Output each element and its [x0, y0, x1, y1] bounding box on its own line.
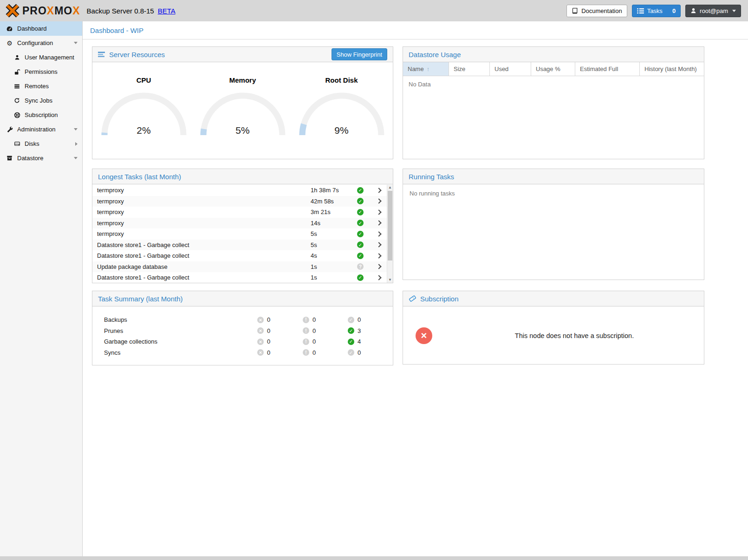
column-header-name[interactable]: Name ↑ — [403, 62, 449, 76]
chevron-right-icon[interactable] — [376, 188, 381, 193]
task-name: Datastore store1 - Garbage collect — [97, 252, 311, 259]
warning-count-icon — [303, 339, 309, 345]
sidebar-item-label: Administration — [17, 126, 55, 133]
task-row[interactable]: Update package database 1s — [92, 261, 387, 273]
datastore-table-header: Name ↑ Size Used Usage % Estimated Full … — [403, 62, 704, 76]
user-menu-button[interactable]: root@pam — [685, 5, 741, 17]
task-status-icon — [357, 241, 364, 248]
ok-count: 0 — [358, 349, 361, 356]
error-count-icon — [257, 317, 264, 323]
column-header-history[interactable]: History (last Month) — [640, 62, 704, 76]
sidebar-item-disks[interactable]: Disks — [0, 137, 82, 151]
sidebar-item-dashboard[interactable]: Dashboard — [0, 21, 82, 36]
error-count-icon — [257, 349, 264, 356]
task-name: Update package database — [97, 263, 311, 270]
scrollbar-thumb[interactable] — [388, 191, 392, 260]
sync-refresh-icon — [13, 98, 21, 104]
task-row[interactable]: termproxy 1h 38m 7s — [92, 185, 387, 196]
sidebar-item-label: Remotes — [25, 83, 49, 90]
bottom-status-strip — [0, 556, 748, 560]
root-disk-gauge: Root Disk 9% — [295, 76, 388, 137]
chevron-right-icon[interactable] — [376, 264, 381, 269]
running-tasks-panel: Running Tasks No running tasks — [403, 169, 704, 280]
task-status-icon — [357, 187, 364, 194]
warning-count: 0 — [312, 349, 316, 356]
vertical-scrollbar[interactable]: ▲ ▼ — [387, 185, 393, 283]
user-label: root@pam — [700, 7, 728, 14]
task-row[interactable]: Datastore store1 - Garbage collect 4s — [92, 250, 387, 261]
task-status-icon — [357, 263, 364, 270]
ok-count: 0 — [358, 316, 361, 323]
sidebar-item-remotes[interactable]: Remotes — [0, 79, 82, 93]
subscription-message: This node does not have a subscription. — [445, 332, 704, 339]
documentation-button[interactable]: Documentation — [566, 5, 627, 17]
resources-bars-icon — [98, 52, 105, 58]
column-header-used[interactable]: Used — [490, 62, 531, 76]
sidebar-item-subscription[interactable]: Subscription — [0, 108, 82, 122]
sort-ascending-icon: ↑ — [427, 65, 430, 72]
task-duration: 14s — [311, 220, 357, 227]
summary-label: Backups — [104, 316, 257, 323]
proxmox-x-logo-icon — [5, 3, 20, 19]
scroll-down-arrow[interactable]: ▼ — [387, 277, 393, 283]
sidebar-item-label: Disks — [25, 140, 39, 147]
book-icon — [572, 7, 578, 14]
task-status-icon — [357, 253, 364, 259]
task-status-icon — [357, 274, 364, 281]
error-count-icon — [257, 339, 264, 345]
life-ring-icon — [13, 112, 21, 118]
sidebar-item-configuration[interactable]: ⚙ Configuration — [0, 36, 82, 50]
ok-count: 3 — [358, 327, 361, 334]
chevron-right-icon[interactable] — [376, 231, 381, 236]
task-duration: 4s — [311, 252, 357, 259]
task-row[interactable]: termproxy 14s — [92, 218, 387, 229]
error-count: 0 — [267, 327, 270, 334]
column-header-usage[interactable]: Usage % — [531, 62, 575, 76]
summary-row: Syncs 0 0 0 — [104, 347, 393, 358]
error-count: 0 — [267, 316, 270, 323]
task-row[interactable]: termproxy 42m 58s — [92, 196, 387, 207]
task-name: termproxy — [97, 198, 311, 205]
tasks-button[interactable]: Tasks 0 — [632, 5, 681, 17]
column-header-size[interactable]: Size — [449, 62, 490, 76]
task-duration: 42m 58s — [311, 198, 357, 205]
ok-count-icon — [348, 317, 354, 323]
task-name: termproxy — [97, 220, 311, 227]
sidebar-item-datastore[interactable]: Datastore — [0, 151, 82, 165]
ok-count-icon — [348, 327, 354, 334]
sidebar-item-user-management[interactable]: User Management — [0, 50, 82, 65]
cpu-gauge: CPU 2% — [98, 76, 190, 137]
task-duration: 5s — [311, 230, 357, 237]
chevron-right-icon[interactable] — [376, 242, 381, 247]
ok-count: 4 — [358, 338, 361, 345]
scroll-up-arrow[interactable]: ▲ — [387, 185, 393, 190]
beta-link[interactable]: BETA — [158, 7, 176, 15]
sidebar-item-label: User Management — [25, 54, 74, 61]
sidebar-item-administration[interactable]: Administration — [0, 122, 82, 137]
chevron-right-icon[interactable] — [376, 253, 381, 258]
sidebar-item-label: Sync Jobs — [25, 97, 52, 104]
task-row[interactable]: Datastore store1 - Garbage collect 5s — [92, 240, 387, 251]
chevron-right-icon[interactable] — [376, 209, 381, 215]
task-name: Datastore store1 - Garbage collect — [97, 241, 311, 248]
caret-down-icon — [74, 42, 78, 44]
sidebar-item-permissions[interactable]: Permissions — [0, 65, 82, 79]
show-fingerprint-button[interactable]: Show Fingerprint — [332, 48, 387, 60]
logo-wordmark: PROXMOX — [22, 5, 80, 17]
chevron-right-icon[interactable] — [376, 275, 381, 280]
task-row[interactable]: termproxy 3m 21s — [92, 207, 387, 218]
warning-count-icon — [303, 349, 309, 356]
task-summary-panel: Task Summary (last Month) Backups 0 0 0 … — [92, 291, 393, 365]
product-version-label: Backup Server 0.8-15 — [87, 7, 154, 15]
chevron-right-icon[interactable] — [376, 221, 381, 226]
column-header-estimated-full[interactable]: Estimated Full — [575, 62, 640, 76]
task-row[interactable]: Datastore store1 - Garbage collect 1s — [92, 272, 387, 283]
summary-row: Backups 0 0 0 — [104, 314, 393, 326]
panel-title: Subscription — [420, 295, 459, 303]
panel-title: Longest Tasks (last Month) — [98, 173, 181, 181]
chevron-right-icon[interactable] — [376, 199, 381, 204]
task-status-icon — [357, 231, 364, 237]
task-row[interactable]: termproxy 5s — [92, 228, 387, 240]
no-data-text: No Data — [403, 76, 704, 92]
sidebar-item-sync-jobs[interactable]: Sync Jobs — [0, 93, 82, 108]
